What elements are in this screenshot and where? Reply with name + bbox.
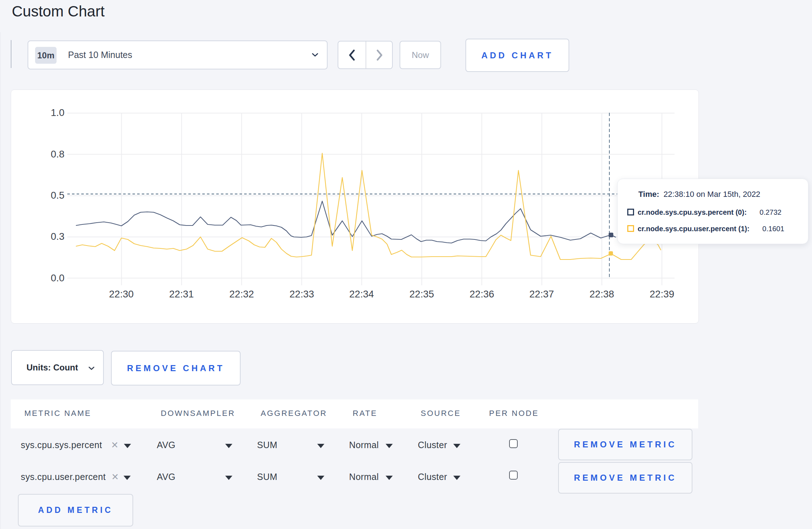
svg-text:22:32: 22:32 xyxy=(229,288,254,300)
svg-text:0.8: 0.8 xyxy=(51,149,64,160)
svg-text:0.0: 0.0 xyxy=(51,272,64,283)
svg-text:22:37: 22:37 xyxy=(530,288,554,300)
svg-text:22:31: 22:31 xyxy=(169,288,194,300)
svg-text:22:30: 22:30 xyxy=(109,288,134,300)
svg-text:22:35: 22:35 xyxy=(410,288,434,300)
svg-text:22:39: 22:39 xyxy=(650,288,675,300)
svg-text:0.3: 0.3 xyxy=(51,231,64,242)
svg-text:22:38: 22:38 xyxy=(590,288,614,300)
svg-text:22:34: 22:34 xyxy=(349,288,374,300)
svg-text:1.0: 1.0 xyxy=(51,107,64,118)
svg-text:22:33: 22:33 xyxy=(290,288,314,300)
svg-text:0.5: 0.5 xyxy=(51,190,64,201)
svg-text:22:36: 22:36 xyxy=(470,288,494,300)
